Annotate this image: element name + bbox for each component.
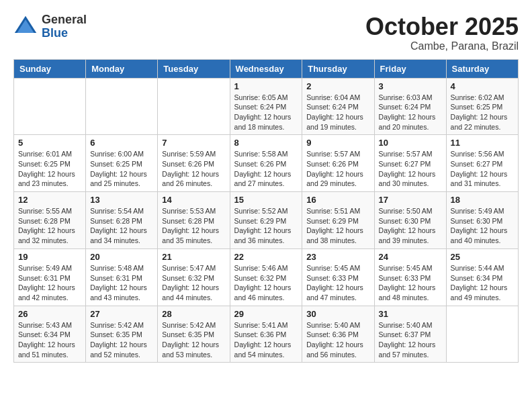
calendar-cell: 3Sunrise: 6:03 AM Sunset: 6:24 PM Daylig… bbox=[374, 78, 446, 135]
day-info: Sunrise: 5:46 AM Sunset: 6:32 PM Dayligh… bbox=[234, 263, 298, 303]
day-info: Sunrise: 5:50 AM Sunset: 6:30 PM Dayligh… bbox=[379, 206, 442, 246]
day-number: 19 bbox=[18, 252, 81, 262]
calendar-cell: 8Sunrise: 5:58 AM Sunset: 6:26 PM Daylig… bbox=[230, 135, 302, 192]
calendar-cell bbox=[14, 78, 86, 135]
calendar-cell: 16Sunrise: 5:51 AM Sunset: 6:29 PM Dayli… bbox=[302, 192, 374, 249]
day-info: Sunrise: 6:04 AM Sunset: 6:24 PM Dayligh… bbox=[306, 93, 369, 132]
day-info: Sunrise: 6:01 AM Sunset: 6:25 PM Dayligh… bbox=[18, 149, 81, 189]
calendar-cell: 24Sunrise: 5:45 AM Sunset: 6:33 PM Dayli… bbox=[374, 248, 446, 306]
calendar-cell: 21Sunrise: 5:47 AM Sunset: 6:32 PM Dayli… bbox=[158, 248, 230, 306]
calendar-cell bbox=[446, 306, 518, 363]
day-info: Sunrise: 5:49 AM Sunset: 6:31 PM Dayligh… bbox=[18, 263, 81, 303]
calendar-cell bbox=[86, 78, 158, 135]
day-info: Sunrise: 5:53 AM Sunset: 6:28 PM Dayligh… bbox=[162, 206, 225, 246]
day-info: Sunrise: 6:00 AM Sunset: 6:25 PM Dayligh… bbox=[90, 149, 153, 189]
calendar-cell: 12Sunrise: 5:55 AM Sunset: 6:28 PM Dayli… bbox=[14, 192, 86, 249]
weekday-header-thursday: Thursday bbox=[302, 59, 374, 78]
day-number: 21 bbox=[162, 252, 225, 262]
day-info: Sunrise: 5:40 AM Sunset: 6:36 PM Dayligh… bbox=[306, 320, 369, 360]
calendar-cell: 19Sunrise: 5:49 AM Sunset: 6:31 PM Dayli… bbox=[14, 248, 86, 306]
day-number: 18 bbox=[451, 195, 514, 205]
weekday-header-row: SundayMondayTuesdayWednesdayThursdayFrid… bbox=[14, 59, 519, 78]
day-number: 25 bbox=[451, 252, 514, 262]
calendar-week-row: 1Sunrise: 6:05 AM Sunset: 6:24 PM Daylig… bbox=[14, 78, 519, 135]
logo-blue: Blue bbox=[42, 27, 87, 40]
day-info: Sunrise: 5:42 AM Sunset: 6:35 PM Dayligh… bbox=[162, 320, 225, 360]
day-number: 1 bbox=[234, 81, 298, 91]
day-number: 28 bbox=[162, 309, 225, 319]
day-info: Sunrise: 5:45 AM Sunset: 6:33 PM Dayligh… bbox=[379, 263, 442, 303]
day-number: 7 bbox=[162, 138, 225, 148]
calendar-cell: 22Sunrise: 5:46 AM Sunset: 6:32 PM Dayli… bbox=[230, 248, 302, 306]
calendar-cell bbox=[158, 78, 230, 135]
logo: General Blue bbox=[13, 13, 87, 40]
location-title: Cambe, Parana, Brazil bbox=[365, 40, 519, 52]
calendar-cell: 9Sunrise: 5:57 AM Sunset: 6:26 PM Daylig… bbox=[302, 135, 374, 192]
calendar-cell: 2Sunrise: 6:04 AM Sunset: 6:24 PM Daylig… bbox=[302, 78, 374, 135]
calendar-week-row: 12Sunrise: 5:55 AM Sunset: 6:28 PM Dayli… bbox=[14, 192, 519, 249]
day-info: Sunrise: 6:02 AM Sunset: 6:25 PM Dayligh… bbox=[451, 93, 514, 132]
day-info: Sunrise: 5:49 AM Sunset: 6:30 PM Dayligh… bbox=[451, 206, 514, 246]
calendar-cell: 31Sunrise: 5:40 AM Sunset: 6:37 PM Dayli… bbox=[374, 306, 446, 363]
calendar-cell: 14Sunrise: 5:53 AM Sunset: 6:28 PM Dayli… bbox=[158, 192, 230, 249]
calendar-table: SundayMondayTuesdayWednesdayThursdayFrid… bbox=[13, 59, 519, 363]
calendar-cell: 10Sunrise: 5:57 AM Sunset: 6:27 PM Dayli… bbox=[374, 135, 446, 192]
day-info: Sunrise: 5:51 AM Sunset: 6:29 PM Dayligh… bbox=[306, 206, 369, 246]
day-number: 24 bbox=[379, 252, 442, 262]
day-info: Sunrise: 5:42 AM Sunset: 6:35 PM Dayligh… bbox=[90, 320, 153, 360]
calendar-cell: 28Sunrise: 5:42 AM Sunset: 6:35 PM Dayli… bbox=[158, 306, 230, 363]
calendar-cell: 18Sunrise: 5:49 AM Sunset: 6:30 PM Dayli… bbox=[446, 192, 518, 249]
day-number: 17 bbox=[379, 195, 442, 205]
calendar-cell: 7Sunrise: 5:59 AM Sunset: 6:26 PM Daylig… bbox=[158, 135, 230, 192]
weekday-header-saturday: Saturday bbox=[446, 59, 518, 78]
weekday-header-tuesday: Tuesday bbox=[158, 59, 230, 78]
day-info: Sunrise: 6:03 AM Sunset: 6:24 PM Dayligh… bbox=[379, 93, 442, 132]
day-info: Sunrise: 5:58 AM Sunset: 6:26 PM Dayligh… bbox=[234, 149, 298, 189]
logo-general: General bbox=[42, 13, 87, 27]
day-number: 4 bbox=[451, 81, 514, 91]
calendar-cell: 30Sunrise: 5:40 AM Sunset: 6:36 PM Dayli… bbox=[302, 306, 374, 363]
calendar-cell: 20Sunrise: 5:48 AM Sunset: 6:31 PM Dayli… bbox=[86, 248, 158, 306]
calendar-cell: 4Sunrise: 6:02 AM Sunset: 6:25 PM Daylig… bbox=[446, 78, 518, 135]
day-number: 13 bbox=[90, 195, 153, 205]
weekday-header-wednesday: Wednesday bbox=[230, 59, 302, 78]
day-number: 3 bbox=[379, 81, 442, 91]
day-info: Sunrise: 5:57 AM Sunset: 6:27 PM Dayligh… bbox=[379, 149, 442, 189]
weekday-header-monday: Monday bbox=[86, 59, 158, 78]
weekday-header-friday: Friday bbox=[374, 59, 446, 78]
day-info: Sunrise: 5:55 AM Sunset: 6:28 PM Dayligh… bbox=[18, 206, 81, 246]
day-info: Sunrise: 5:40 AM Sunset: 6:37 PM Dayligh… bbox=[379, 320, 442, 360]
day-info: Sunrise: 5:43 AM Sunset: 6:34 PM Dayligh… bbox=[18, 320, 81, 360]
day-number: 6 bbox=[90, 138, 153, 148]
day-info: Sunrise: 5:57 AM Sunset: 6:26 PM Dayligh… bbox=[306, 149, 369, 189]
day-info: Sunrise: 6:05 AM Sunset: 6:24 PM Dayligh… bbox=[234, 93, 298, 132]
day-number: 2 bbox=[306, 81, 369, 91]
weekday-header-sunday: Sunday bbox=[14, 59, 86, 78]
day-info: Sunrise: 5:41 AM Sunset: 6:36 PM Dayligh… bbox=[234, 320, 298, 360]
day-number: 8 bbox=[234, 138, 298, 148]
day-number: 26 bbox=[18, 309, 81, 319]
logo-text: General Blue bbox=[42, 13, 87, 40]
calendar-cell: 27Sunrise: 5:42 AM Sunset: 6:35 PM Dayli… bbox=[86, 306, 158, 363]
day-number: 27 bbox=[90, 309, 153, 319]
day-number: 12 bbox=[18, 195, 81, 205]
calendar-cell: 25Sunrise: 5:44 AM Sunset: 6:34 PM Dayli… bbox=[446, 248, 518, 306]
calendar-cell: 23Sunrise: 5:45 AM Sunset: 6:33 PM Dayli… bbox=[302, 248, 374, 306]
calendar-week-row: 26Sunrise: 5:43 AM Sunset: 6:34 PM Dayli… bbox=[14, 306, 519, 363]
calendar-cell: 29Sunrise: 5:41 AM Sunset: 6:36 PM Dayli… bbox=[230, 306, 302, 363]
day-number: 23 bbox=[306, 252, 369, 262]
calendar-cell: 13Sunrise: 5:54 AM Sunset: 6:28 PM Dayli… bbox=[86, 192, 158, 249]
calendar-week-row: 19Sunrise: 5:49 AM Sunset: 6:31 PM Dayli… bbox=[14, 248, 519, 306]
day-info: Sunrise: 5:48 AM Sunset: 6:31 PM Dayligh… bbox=[90, 263, 153, 303]
calendar-cell: 6Sunrise: 6:00 AM Sunset: 6:25 PM Daylig… bbox=[86, 135, 158, 192]
calendar-cell: 26Sunrise: 5:43 AM Sunset: 6:34 PM Dayli… bbox=[14, 306, 86, 363]
day-number: 9 bbox=[306, 138, 369, 148]
day-number: 5 bbox=[18, 138, 81, 148]
calendar-cell: 15Sunrise: 5:52 AM Sunset: 6:29 PM Dayli… bbox=[230, 192, 302, 249]
day-number: 29 bbox=[234, 309, 298, 319]
day-number: 30 bbox=[306, 309, 369, 319]
page-header: General Blue October 2025 Cambe, Parana,… bbox=[13, 13, 519, 52]
day-number: 16 bbox=[306, 195, 369, 205]
calendar-cell: 17Sunrise: 5:50 AM Sunset: 6:30 PM Dayli… bbox=[374, 192, 446, 249]
day-number: 14 bbox=[162, 195, 225, 205]
